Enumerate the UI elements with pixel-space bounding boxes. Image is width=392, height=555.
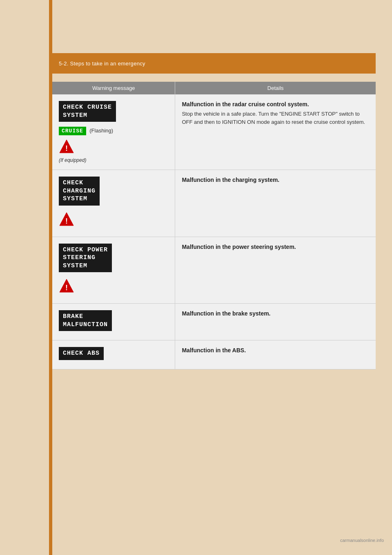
- table-row: CHECKCHARGINGSYSTEM ! Malfunction in the…: [52, 170, 376, 237]
- check-cruise-display: CHECK CRUISESYSTEM: [59, 101, 116, 122]
- table-header-row: Warning message Details: [52, 82, 376, 94]
- warning-icon-row-steering: !: [59, 278, 168, 295]
- main-content-area: Warning message Details CHECK CRUISESYST…: [52, 82, 376, 369]
- warning-triangle-icon: !: [59, 139, 74, 154]
- watermark: carmanualsonline.info: [340, 538, 384, 543]
- detail-charging: Malfunction in the charging system.: [182, 177, 369, 183]
- warning-icon-row-charging: !: [59, 211, 168, 228]
- warning-cell-charging: CHECKCHARGINGSYSTEM !: [52, 170, 175, 237]
- page-header: 5-2. Steps to take in an emergency: [52, 53, 376, 74]
- table-row: CHECK CRUISESYSTEM CRUISE (Flashing) !: [52, 94, 376, 170]
- details-cell-cruise: Malfunction in the radar cruise control …: [175, 94, 376, 170]
- check-abs-display: CHECK ABS: [59, 347, 104, 360]
- cruise-badge: CRUISE: [59, 127, 86, 135]
- details-cell-brake: Malfunction in the brake system.: [175, 304, 376, 340]
- page-background: 5-2. Steps to take in an emergency Warni…: [0, 0, 392, 555]
- brake-malfunction-display: BRAKEMALFUNCTION: [59, 310, 112, 331]
- col-warning-header: Warning message: [52, 82, 175, 94]
- warning-triangle-icon-charging: !: [59, 211, 74, 227]
- detail-steering: Malfunction in the power steering system…: [182, 244, 369, 250]
- if-equipped-label: (If equipped): [59, 157, 168, 163]
- header-title: 5-2. Steps to take in an emergency: [59, 60, 145, 67]
- flashing-label: (Flashing): [89, 128, 113, 134]
- table-row: CHECK POWERSTEERINGSYSTEM ! Malfunction …: [52, 237, 376, 304]
- svg-text:!: !: [65, 217, 68, 225]
- warning-cell-cruise: CHECK CRUISESYSTEM CRUISE (Flashing) !: [52, 94, 175, 170]
- details-cell-charging: Malfunction in the charging system.: [175, 170, 376, 237]
- warning-cell-abs: CHECK ABS: [52, 340, 175, 369]
- check-steering-display: CHECK POWERSTEERINGSYSTEM: [59, 244, 112, 273]
- table-row: BRAKEMALFUNCTION Malfunction in the brak…: [52, 304, 376, 340]
- detail-main-cruise: Malfunction in the radar cruise control …: [182, 101, 369, 107]
- warning-cell-brake: BRAKEMALFUNCTION: [52, 304, 175, 340]
- svg-text:!: !: [65, 144, 68, 152]
- left-decorative-bar: [49, 0, 52, 555]
- svg-text:!: !: [65, 284, 68, 292]
- detail-abs: Malfunction in the ABS.: [182, 347, 369, 354]
- warning-triangle-icon-steering: !: [59, 278, 74, 293]
- col-details-header: Details: [175, 82, 376, 94]
- warning-cell-steering: CHECK POWERSTEERINGSYSTEM !: [52, 237, 175, 304]
- details-cell-abs: Malfunction in the ABS.: [175, 340, 376, 369]
- warning-table: Warning message Details CHECK CRUISESYST…: [52, 82, 376, 369]
- details-cell-steering: Malfunction in the power steering system…: [175, 237, 376, 304]
- table-row: CHECK ABS Malfunction in the ABS.: [52, 340, 376, 369]
- detail-brake: Malfunction in the brake system.: [182, 310, 369, 317]
- check-charging-display: CHECKCHARGINGSYSTEM: [59, 177, 100, 206]
- detail-sub-cruise: Stop the vehicle in a safe place. Turn t…: [182, 110, 369, 126]
- warning-icon-row: !: [59, 139, 168, 156]
